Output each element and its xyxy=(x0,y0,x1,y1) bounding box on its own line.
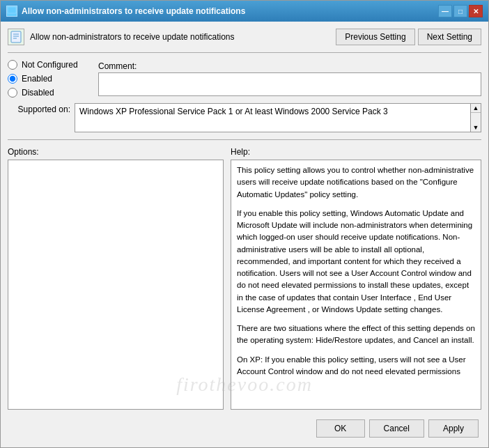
main-window: Allow non-administrators to receive upda… xyxy=(0,0,489,448)
previous-setting-button[interactable]: Previous Setting xyxy=(336,29,414,45)
main-content: Allow non-administrators to receive upda… xyxy=(1,22,488,447)
supported-scroll-down[interactable]: ▼ xyxy=(471,123,481,132)
help-paragraph-1: This policy setting allows you to contro… xyxy=(237,164,475,201)
supported-section: Supported on: Windows XP Professional Se… xyxy=(8,103,481,132)
apply-button[interactable]: Apply xyxy=(428,419,479,438)
options-panel: Options: xyxy=(8,147,224,410)
policy-icon xyxy=(8,29,24,45)
title-bar: Allow non-administrators to receive upda… xyxy=(1,1,488,22)
radio-disabled[interactable]: Disabled xyxy=(8,88,91,98)
help-paragraph-3: There are two situations where the effec… xyxy=(237,323,475,347)
next-setting-button[interactable]: Next Setting xyxy=(418,29,481,45)
minimize-button[interactable]: — xyxy=(438,5,452,17)
policy-title-row: Allow non-administrators to receive upda… xyxy=(8,29,336,45)
svg-rect-1 xyxy=(9,14,15,15)
window-title: Allow non-administrators to receive upda… xyxy=(22,6,245,16)
middle-section-wrapper: Options: Help: This policy setting allow… xyxy=(8,147,481,410)
nav-buttons: Previous Setting Next Setting xyxy=(336,29,481,45)
supported-value: Windows XP Professional Service Pack 1 o… xyxy=(75,103,481,132)
svg-rect-0 xyxy=(8,7,16,13)
maximize-button[interactable]: □ xyxy=(453,5,467,17)
help-panel: Help: This policy setting allows you to … xyxy=(231,147,481,410)
help-paragraph-2: If you enable this policy setting, Windo… xyxy=(237,208,475,316)
bottom-buttons: OK Cancel Apply xyxy=(8,415,481,440)
radio-not-configured[interactable]: Not Configured xyxy=(8,60,91,70)
supported-scroll-up[interactable]: ▲ xyxy=(471,104,481,113)
help-paragraph-4: On XP: If you enable this policy setting… xyxy=(237,354,475,378)
help-label: Help: xyxy=(231,147,481,157)
radio-label-not-configured: Not Configured xyxy=(22,60,78,70)
radio-input-not-configured[interactable] xyxy=(8,60,17,70)
comment-label: Comment: xyxy=(98,60,137,71)
top-section: Allow non-administrators to receive upda… xyxy=(8,29,481,45)
radio-label-disabled: Disabled xyxy=(22,88,54,98)
separator-1 xyxy=(8,52,481,53)
radio-input-disabled[interactable] xyxy=(8,88,17,98)
title-bar-left: Allow non-administrators to receive upda… xyxy=(6,6,245,17)
comment-textarea[interactable] xyxy=(98,72,481,96)
title-bar-buttons: — □ ✕ xyxy=(438,5,483,17)
radio-input-enabled[interactable] xyxy=(8,74,17,84)
options-label: Options: xyxy=(8,147,224,157)
ok-button[interactable]: OK xyxy=(316,419,365,438)
svg-rect-2 xyxy=(11,31,21,43)
cancel-button[interactable]: Cancel xyxy=(369,419,424,438)
separator-2 xyxy=(8,139,481,140)
options-box xyxy=(8,160,224,410)
radio-label-enabled: Enabled xyxy=(22,74,52,84)
radio-enabled[interactable]: Enabled xyxy=(8,74,91,84)
close-button[interactable]: ✕ xyxy=(469,5,483,17)
supported-label: Supported on: xyxy=(8,103,70,114)
policy-title: Allow non-administrators to receive upda… xyxy=(30,32,234,42)
window-icon xyxy=(6,6,17,17)
radio-section: Not Configured Enabled Disabled xyxy=(8,60,91,98)
middle-section: Options: Help: This policy setting allow… xyxy=(8,147,481,410)
help-text-box[interactable]: This policy setting allows you to contro… xyxy=(231,160,481,410)
